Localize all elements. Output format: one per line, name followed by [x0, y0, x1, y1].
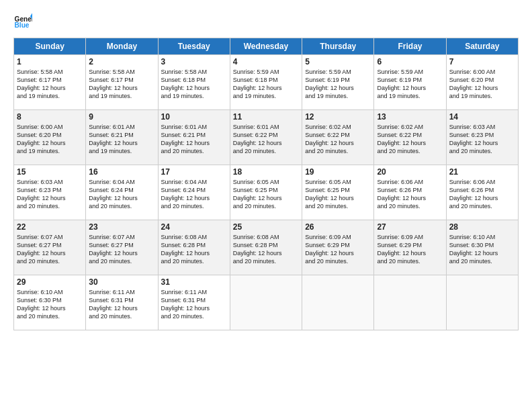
calendar-day-cell — [374, 275, 446, 330]
day-info: Sunrise: 6:01 AM Sunset: 6:21 PM Dayligh… — [89, 123, 154, 156]
logo-icon: General Blue — [13, 12, 32, 31]
day-number: 17 — [161, 167, 227, 177]
day-number: 30 — [89, 277, 154, 287]
calendar-day-cell: 13Sunrise: 6:02 AM Sunset: 6:22 PM Dayli… — [374, 110, 446, 165]
calendar-day-cell: 30Sunrise: 6:11 AM Sunset: 6:31 PM Dayli… — [86, 275, 158, 330]
calendar-week-row: 29Sunrise: 6:10 AM Sunset: 6:30 PM Dayli… — [14, 275, 519, 330]
day-number: 21 — [449, 167, 515, 177]
day-number: 3 — [161, 57, 227, 66]
svg-text:Blue: Blue — [15, 21, 30, 29]
day-number: 28 — [449, 222, 515, 232]
calendar-day-cell: 27Sunrise: 6:09 AM Sunset: 6:29 PM Dayli… — [374, 220, 446, 275]
day-info: Sunrise: 6:11 AM Sunset: 6:31 PM Dayligh… — [89, 288, 154, 321]
calendar-day-cell: 25Sunrise: 6:08 AM Sunset: 6:28 PM Dayli… — [230, 220, 302, 275]
day-info: Sunrise: 6:10 AM Sunset: 6:30 PM Dayligh… — [17, 288, 83, 321]
day-info: Sunrise: 6:11 AM Sunset: 6:31 PM Dayligh… — [161, 288, 227, 321]
day-info: Sunrise: 6:10 AM Sunset: 6:30 PM Dayligh… — [449, 233, 515, 266]
calendar-day-cell: 22Sunrise: 6:07 AM Sunset: 6:27 PM Dayli… — [14, 220, 86, 275]
calendar-day-cell: 28Sunrise: 6:10 AM Sunset: 6:30 PM Dayli… — [446, 220, 518, 275]
day-number: 29 — [17, 277, 83, 287]
day-info: Sunrise: 5:58 AM Sunset: 6:17 PM Dayligh… — [17, 68, 83, 101]
day-info: Sunrise: 6:05 AM Sunset: 6:25 PM Dayligh… — [233, 178, 299, 211]
calendar-day-cell: 17Sunrise: 6:04 AM Sunset: 6:24 PM Dayli… — [158, 165, 230, 220]
day-number: 11 — [233, 112, 299, 122]
calendar-week-row: 8Sunrise: 6:00 AM Sunset: 6:20 PM Daylig… — [14, 110, 519, 165]
day-header-monday: Monday — [86, 38, 158, 55]
day-info: Sunrise: 6:02 AM Sunset: 6:22 PM Dayligh… — [305, 123, 371, 156]
day-header-saturday: Saturday — [446, 38, 518, 55]
calendar-day-cell: 10Sunrise: 6:01 AM Sunset: 6:21 PM Dayli… — [158, 110, 230, 165]
calendar-day-cell: 14Sunrise: 6:03 AM Sunset: 6:23 PM Dayli… — [446, 110, 518, 165]
day-number: 10 — [161, 112, 227, 122]
day-info: Sunrise: 6:06 AM Sunset: 6:26 PM Dayligh… — [449, 178, 515, 211]
day-number: 4 — [233, 57, 299, 66]
calendar-day-cell: 31Sunrise: 6:11 AM Sunset: 6:31 PM Dayli… — [158, 275, 230, 330]
day-number: 19 — [305, 167, 371, 177]
calendar-day-cell — [230, 275, 302, 330]
day-info: Sunrise: 5:58 AM Sunset: 6:17 PM Dayligh… — [89, 68, 154, 101]
day-number: 13 — [377, 112, 443, 122]
calendar-day-cell: 6Sunrise: 5:59 AM Sunset: 6:19 PM Daylig… — [374, 55, 446, 110]
calendar-day-cell: 19Sunrise: 6:05 AM Sunset: 6:25 PM Dayli… — [302, 165, 374, 220]
day-number: 14 — [449, 112, 515, 122]
header: General Blue — [13, 12, 519, 31]
day-header-friday: Friday — [374, 38, 446, 55]
day-info: Sunrise: 6:01 AM Sunset: 6:22 PM Dayligh… — [233, 123, 299, 156]
calendar-day-cell: 23Sunrise: 6:07 AM Sunset: 6:27 PM Dayli… — [86, 220, 158, 275]
day-info: Sunrise: 5:58 AM Sunset: 6:18 PM Dayligh… — [161, 68, 227, 101]
day-number: 7 — [449, 57, 515, 66]
day-number: 15 — [17, 167, 83, 177]
day-header-tuesday: Tuesday — [158, 38, 230, 55]
day-info: Sunrise: 5:59 AM Sunset: 6:18 PM Dayligh… — [233, 68, 299, 101]
day-number: 26 — [305, 222, 371, 232]
day-info: Sunrise: 6:04 AM Sunset: 6:24 PM Dayligh… — [161, 178, 227, 211]
calendar-week-row: 22Sunrise: 6:07 AM Sunset: 6:27 PM Dayli… — [14, 220, 519, 275]
day-info: Sunrise: 5:59 AM Sunset: 6:19 PM Dayligh… — [305, 68, 371, 101]
day-header-thursday: Thursday — [302, 38, 374, 55]
day-number: 8 — [17, 112, 83, 122]
day-header-sunday: Sunday — [14, 38, 86, 55]
day-info: Sunrise: 6:07 AM Sunset: 6:27 PM Dayligh… — [89, 233, 154, 266]
calendar-header-row: SundayMondayTuesdayWednesdayThursdayFrid… — [14, 38, 519, 55]
day-info: Sunrise: 6:01 AM Sunset: 6:21 PM Dayligh… — [161, 123, 227, 156]
calendar-day-cell: 7Sunrise: 6:00 AM Sunset: 6:20 PM Daylig… — [446, 55, 518, 110]
calendar-day-cell: 24Sunrise: 6:08 AM Sunset: 6:28 PM Dayli… — [158, 220, 230, 275]
day-info: Sunrise: 6:09 AM Sunset: 6:29 PM Dayligh… — [305, 233, 371, 266]
calendar-day-cell: 20Sunrise: 6:06 AM Sunset: 6:26 PM Dayli… — [374, 165, 446, 220]
calendar-body: 1Sunrise: 5:58 AM Sunset: 6:17 PM Daylig… — [14, 55, 519, 330]
calendar-day-cell: 12Sunrise: 6:02 AM Sunset: 6:22 PM Dayli… — [302, 110, 374, 165]
calendar-day-cell — [446, 275, 518, 330]
day-number: 16 — [89, 167, 154, 177]
day-number: 9 — [89, 112, 154, 122]
calendar-day-cell: 3Sunrise: 5:58 AM Sunset: 6:18 PM Daylig… — [158, 55, 230, 110]
day-number: 24 — [161, 222, 227, 232]
day-header-wednesday: Wednesday — [230, 38, 302, 55]
calendar-day-cell: 29Sunrise: 6:10 AM Sunset: 6:30 PM Dayli… — [14, 275, 86, 330]
day-number: 31 — [161, 277, 227, 287]
calendar-week-row: 1Sunrise: 5:58 AM Sunset: 6:17 PM Daylig… — [14, 55, 519, 110]
calendar-day-cell: 8Sunrise: 6:00 AM Sunset: 6:20 PM Daylig… — [14, 110, 86, 165]
day-number: 1 — [17, 57, 83, 66]
calendar-day-cell — [302, 275, 374, 330]
day-info: Sunrise: 6:04 AM Sunset: 6:24 PM Dayligh… — [89, 178, 154, 211]
page: General Blue SundayMondayTuesdayWednesda… — [0, 0, 532, 411]
day-number: 6 — [377, 57, 443, 66]
calendar-day-cell: 26Sunrise: 6:09 AM Sunset: 6:29 PM Dayli… — [302, 220, 374, 275]
calendar-day-cell: 9Sunrise: 6:01 AM Sunset: 6:21 PM Daylig… — [86, 110, 158, 165]
day-info: Sunrise: 6:05 AM Sunset: 6:25 PM Dayligh… — [305, 178, 371, 211]
day-number: 22 — [17, 222, 83, 232]
day-info: Sunrise: 6:06 AM Sunset: 6:26 PM Dayligh… — [377, 178, 443, 211]
day-info: Sunrise: 6:03 AM Sunset: 6:23 PM Dayligh… — [449, 123, 515, 156]
day-info: Sunrise: 5:59 AM Sunset: 6:19 PM Dayligh… — [377, 68, 443, 101]
calendar-week-row: 15Sunrise: 6:03 AM Sunset: 6:23 PM Dayli… — [14, 165, 519, 220]
day-info: Sunrise: 6:03 AM Sunset: 6:23 PM Dayligh… — [17, 178, 83, 211]
calendar-day-cell: 4Sunrise: 5:59 AM Sunset: 6:18 PM Daylig… — [230, 55, 302, 110]
day-number: 5 — [305, 57, 371, 66]
calendar-day-cell: 15Sunrise: 6:03 AM Sunset: 6:23 PM Dayli… — [14, 165, 86, 220]
day-number: 25 — [233, 222, 299, 232]
day-info: Sunrise: 6:07 AM Sunset: 6:27 PM Dayligh… — [17, 233, 83, 266]
day-info: Sunrise: 6:02 AM Sunset: 6:22 PM Dayligh… — [377, 123, 443, 156]
calendar-table: SundayMondayTuesdayWednesdayThursdayFrid… — [13, 38, 519, 330]
calendar-day-cell: 18Sunrise: 6:05 AM Sunset: 6:25 PM Dayli… — [230, 165, 302, 220]
day-number: 2 — [89, 57, 154, 66]
